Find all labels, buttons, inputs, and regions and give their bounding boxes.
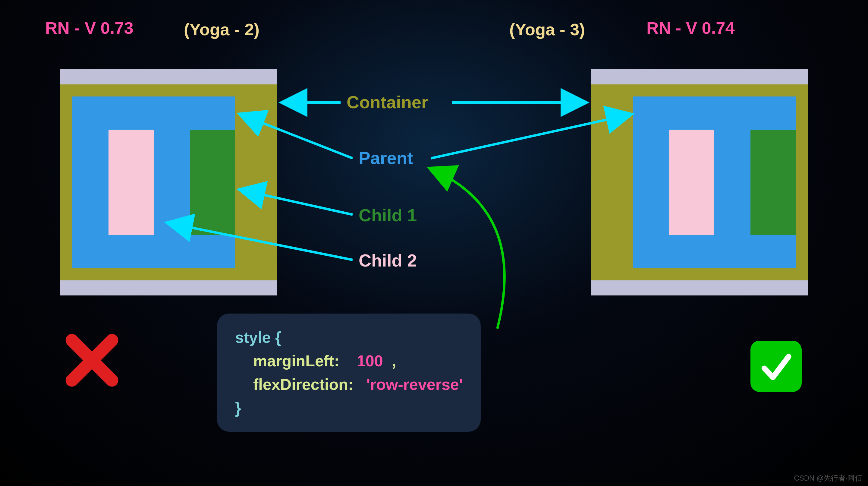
right-rn-version: RN - V 0.74	[647, 18, 735, 38]
left-parent-box	[72, 96, 235, 268]
right-parent-box	[633, 96, 796, 268]
left-yoga-version: (Yoga - 2)	[184, 20, 259, 39]
code-flexdir-val: 'row-reverse'	[367, 376, 463, 393]
code-comma: ,	[392, 352, 396, 370]
watermark: CSDN @先行者·阿佰	[794, 473, 862, 483]
code-style-close: }	[235, 399, 241, 417]
label-parent: Parent	[359, 148, 413, 168]
code-marginleft-key: marginLeft:	[253, 352, 339, 370]
code-block: style { marginLeft: 100 , flexDirection:…	[217, 313, 481, 432]
check-icon	[750, 341, 802, 392]
right-yoga-version: (Yoga - 3)	[509, 20, 585, 39]
left-child1-green	[190, 130, 235, 235]
left-olive-box	[60, 84, 277, 280]
left-container	[60, 69, 277, 296]
right-child1-green	[750, 130, 796, 235]
label-child2: Child 2	[359, 250, 417, 270]
label-child1: Child 1	[359, 205, 417, 225]
right-child2-pink	[669, 130, 714, 235]
code-style-open: style {	[235, 329, 281, 346]
code-flexdir-key: flexDirection:	[253, 376, 353, 393]
code-marginleft-val: 100	[357, 352, 383, 370]
right-container	[591, 69, 808, 296]
left-rn-version: RN - V 0.73	[45, 18, 133, 38]
cross-icon	[63, 332, 121, 400]
left-child2-pink	[108, 130, 154, 235]
right-olive-box	[591, 84, 808, 280]
label-container: Container	[347, 92, 428, 112]
